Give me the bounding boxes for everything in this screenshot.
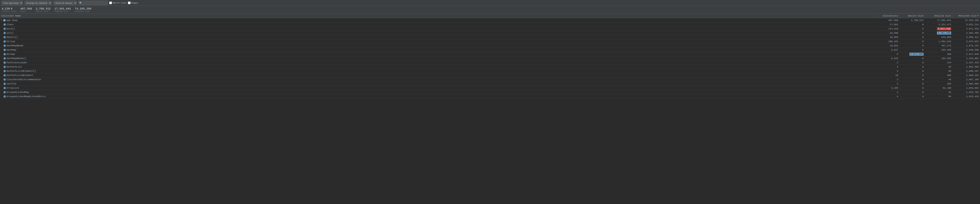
row-name-cell: CJarFile — [0, 82, 876, 85]
class-icon: C — [3, 44, 6, 47]
table-row[interactable]: CArrayList3,105062,1002,059,802 — [0, 86, 980, 90]
row-class-name: ClassPathURLStreamHandler — [6, 78, 41, 81]
row-shallow: 368 — [925, 53, 953, 56]
table-row[interactable]: CHashMap$Node[]6,5320182,3522,426,802 — [0, 56, 980, 60]
regex-text: Regex — [131, 2, 138, 4]
row-alloc: 20 — [876, 74, 899, 77]
row-alloc: 18,869 — [876, 36, 899, 39]
col-header-allocations[interactable]: Allocations — [876, 14, 899, 17]
row-native: 0 — [899, 36, 925, 39]
row-retained: 2,086,809 — [953, 82, 980, 85]
row-class-name: GroupedLinkedMap — [6, 91, 29, 93]
table-row[interactable]: CString100,10101,601,6163,076,653 — [0, 40, 980, 44]
row-native: 0 — [899, 61, 925, 64]
view-heap-select[interactable]: View app heap — [1, 1, 23, 5]
row-name-cell: CObject[] — [0, 36, 876, 39]
row-alloc: 3 — [876, 78, 899, 81]
table-row[interactable]: CJarFile301862,086,809 — [0, 82, 980, 86]
count-label: Count — [21, 10, 26, 13]
table-row[interactable]: CClassPathURLStreamHandler30482,087,156 — [0, 77, 980, 82]
row-class-name: Class — [6, 23, 14, 26]
arrange-select[interactable]: Arrange by callstack — [24, 1, 52, 5]
match-case-label[interactable]: Match Case — [109, 2, 127, 4]
class-icon: C — [3, 66, 6, 68]
table-body: ▼app heap407,5682,708,51217,501,64174,26… — [0, 18, 980, 204]
col-header-retained[interactable]: Retained Size ▼ — [953, 14, 980, 17]
col-header-name[interactable]: Callstack Name — [0, 14, 876, 17]
class-icon: C — [3, 27, 6, 30]
row-class-name: GroupedLinkedMap$LinkedEntry — [6, 95, 46, 98]
row-native: 0 — [899, 27, 925, 30]
row-name-cell: CHashMap — [0, 49, 876, 51]
class-icon: C — [3, 91, 6, 93]
regex-checkbox[interactable] — [128, 2, 130, 4]
expand-icon[interactable]: ▼ — [1, 19, 2, 21]
row-name-cell: CDexPathList$Element[] — [0, 70, 876, 73]
row-native: 0 — [899, 32, 925, 35]
table-row[interactable]: CPathClassLoader301442,167,429 — [0, 60, 980, 65]
table-row[interactable]: CGroupedLinkedMap$LinkedEntry40961,833,4… — [0, 94, 980, 99]
search-input[interactable] — [78, 1, 108, 5]
table-row[interactable]: CHashMap6,6370265,4802,630,596 — [0, 48, 980, 52]
row-alloc: 2 — [876, 91, 899, 94]
row-class-name: DexPathList — [6, 66, 22, 68]
root-icon — [3, 19, 6, 22]
row-retained: 3,596,411 — [953, 36, 980, 39]
highlighted-shallow2: 4,482,408 — [937, 32, 951, 35]
table-row[interactable]: Cint[]26,99804,482,4084,482,408 — [0, 31, 980, 35]
table-row[interactable]: CObject[]18,8690645,0083,596,411 — [0, 35, 980, 40]
class-icon: C — [3, 82, 6, 85]
col-header-shallow[interactable]: Shallow Size — [925, 14, 953, 17]
count-value: 407,568 — [21, 7, 32, 10]
row-class-name: Object[] — [6, 36, 18, 38]
row-shallow: 186 — [925, 82, 953, 85]
regex-label[interactable]: Regex — [128, 2, 138, 4]
table-row[interactable]: CClass17,60102,311,4715,031,214 — [0, 22, 980, 27]
class-icon: C — [3, 87, 6, 89]
class-icon: C — [3, 62, 6, 64]
row-alloc: 6,637 — [876, 49, 899, 51]
row-class-name: int[] — [6, 32, 14, 34]
filter-classes-select[interactable]: Show all classes — [53, 1, 77, 5]
row-native: 2,708,512 — [899, 19, 925, 22]
class-icon: C — [3, 78, 6, 81]
row-retained: 2,167,429 — [953, 61, 980, 64]
row-retained: 2,087,156 — [953, 78, 980, 81]
row-retained: 74,265,268 — [953, 19, 980, 22]
shallow-size-value: 17,501,641 — [54, 7, 71, 10]
retained-size-label: Retained Size — [75, 10, 90, 13]
col-header-native[interactable]: Native Size — [899, 14, 925, 17]
row-native: 0 — [899, 82, 925, 85]
row-shallow: 4,482,408 — [925, 32, 953, 35]
classes-label: Classes — [2, 10, 10, 13]
row-retained: 1,833,756 — [953, 91, 980, 94]
table-row[interactable]: Cbyte[]114,31004,911,4104,911,410 — [0, 27, 980, 31]
match-case-text: Match Case — [113, 2, 127, 4]
match-case-checkbox[interactable] — [109, 2, 112, 4]
table-row[interactable]: CDexPathList30962,092,596 — [0, 65, 980, 69]
row-native: 0 — [899, 78, 925, 81]
row-name-cell: Cint[] — [0, 32, 876, 35]
table-row[interactable]: CDexPathList$Element[]30802,090,187 — [0, 69, 980, 73]
row-name-cell: Cbyte[] — [0, 27, 876, 30]
table-row[interactable]: CBitmap82,617,4803682,617,848 — [0, 52, 980, 56]
row-shallow: 4,911,410 — [925, 27, 953, 30]
table-row[interactable]: CDexPathList$Element2005002,090,101 — [0, 73, 980, 77]
table-row[interactable]: ▼app heap407,5682,708,51217,501,64174,26… — [0, 18, 980, 22]
row-name-cell: CHashMap$Node — [0, 44, 876, 47]
row-class-name: PathClassLoader — [6, 62, 27, 64]
row-retained: 3,076,653 — [953, 40, 980, 43]
row-alloc: 4 — [876, 95, 899, 98]
table-row[interactable]: CHashMap$Node19,0530457,2722,876,152 — [0, 44, 980, 48]
row-shallow: 500 — [925, 74, 953, 77]
class-icon: C — [3, 53, 6, 55]
row-shallow: 645,008 — [925, 36, 953, 39]
row-shallow: 32 — [925, 91, 953, 94]
row-native: 0 — [899, 49, 925, 51]
row-alloc: 407,568 — [876, 19, 899, 22]
table-row[interactable]: CGroupedLinkedMap20321,833,756 — [0, 90, 980, 94]
row-class-name: Bitmap — [6, 53, 15, 55]
row-alloc: 6,532 — [876, 57, 899, 60]
row-native: 0 — [899, 40, 925, 43]
row-alloc: 8 — [876, 53, 899, 56]
